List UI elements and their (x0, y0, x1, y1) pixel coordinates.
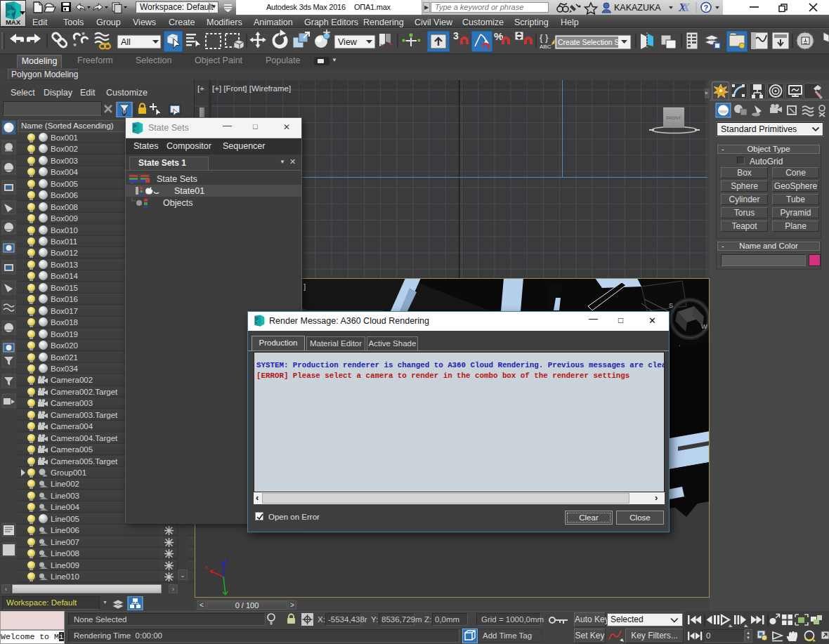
svg-text:❋: ❋ (73, 43, 77, 47)
svg-text:{ }: { } (540, 32, 549, 43)
svg-text:?: ? (704, 4, 709, 12)
svg-text:All: All (121, 37, 131, 47)
svg-text:ABC: ABC (540, 44, 551, 50)
svg-text:Create Selection Se: Create Selection Se (558, 38, 624, 46)
svg-text:3: 3 (453, 30, 459, 41)
svg-text:View: View (338, 37, 358, 47)
svg-text:X: X (681, 1, 690, 13)
svg-text:❋: ❋ (81, 32, 85, 36)
